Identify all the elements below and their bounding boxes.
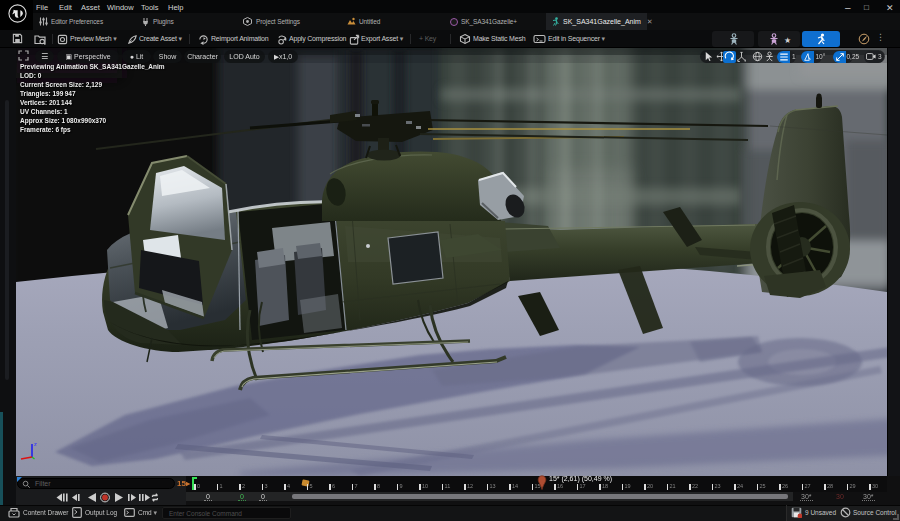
svg-text:z: z — [34, 441, 37, 447]
